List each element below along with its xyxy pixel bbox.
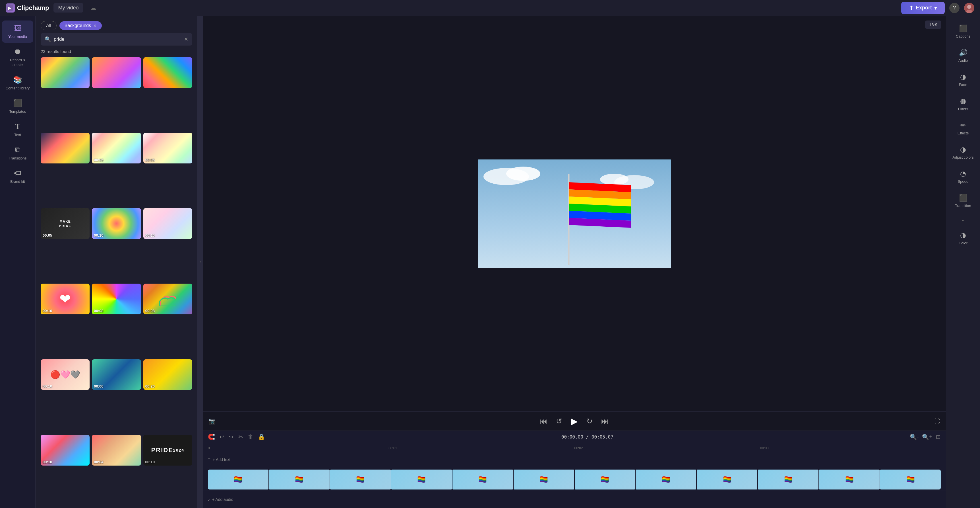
clip-thumb-3[interactable]: 🏳‍🌈 — [330, 470, 391, 489]
timeline-ruler: 0 00:01 00:02 00:03 — [203, 443, 946, 451]
add-text-button[interactable]: + Add text — [213, 457, 231, 462]
sidebar-item-templates[interactable]: ⬛ Templates — [2, 95, 33, 118]
tool-adjust-colors[interactable]: ◑ Adjust colors — [949, 142, 977, 163]
media-thumb-5[interactable]: 00:05 — [92, 133, 141, 163]
tool-transition[interactable]: ⬛ Transition — [949, 190, 977, 212]
zoom-in-button[interactable]: 🔍+ — [922, 433, 932, 440]
clip-thumb-6[interactable]: 🏳‍🌈 — [514, 470, 574, 489]
sidebar-item-content-library[interactable]: 📚 Content library — [2, 72, 33, 94]
clip-thumb-1[interactable]: 🏳‍🌈 — [208, 470, 269, 489]
timeline-delete-button[interactable]: 🗑 — [248, 434, 253, 440]
ruler-mark-1: 00:01 — [388, 446, 397, 450]
results-count: 23 results found — [35, 49, 197, 57]
effects-icon: ✏ — [960, 121, 966, 129]
add-audio-button[interactable]: + Add audio — [212, 497, 233, 502]
captions-icon: ⬛ — [959, 24, 967, 32]
media-thumb-16[interactable]: 00:10 — [41, 435, 89, 466]
media-thumb-8[interactable]: 00:10 — [92, 208, 141, 239]
logo-icon: ▶ — [6, 3, 15, 13]
search-icon: 🔍 — [45, 36, 51, 42]
play-pause-button[interactable]: ▶ — [571, 416, 578, 427]
clip-thumb-7[interactable]: 🏳‍🌈 — [575, 470, 635, 489]
media-thumb-11[interactable]: 00:08 — [92, 284, 141, 315]
video-preview — [478, 160, 671, 268]
export-button[interactable]: ⬆ Export ▾ — [901, 2, 945, 14]
tool-fade[interactable]: ◑ Fade — [949, 69, 977, 91]
tool-filters[interactable]: ◍ Filters — [949, 93, 977, 115]
playback-controls: 📷 ⏮ ↺ ▶ ↻ ⏭ ⛶ — [203, 412, 946, 431]
timeline-cut-button[interactable]: ✂ — [238, 433, 243, 440]
audio-icon: 🔊 — [959, 49, 967, 57]
sidebar-item-text[interactable]: T Text — [2, 118, 33, 141]
clip-thumb-2[interactable]: 🏳‍🌈 — [269, 470, 329, 489]
zoom-out-button[interactable]: 🔍- — [910, 433, 919, 440]
fullscreen-button[interactable]: ⛶ — [934, 418, 940, 425]
media-thumb-18[interactable]: PRIDE2024 00:10 — [143, 435, 192, 466]
timeline-time-display: 00:00.00 / 00:05.07 — [270, 434, 905, 440]
clip-thumb-11[interactable]: 🏳‍🌈 — [819, 470, 880, 489]
media-thumb-7[interactable]: MAKE PRIDE 00:05 — [41, 208, 89, 239]
expand-panel-button[interactable]: ⌄ — [961, 216, 965, 223]
sidebar-item-your-media[interactable]: 🖼 Your media — [2, 21, 33, 43]
tool-effects[interactable]: ✏ Effects — [949, 117, 977, 139]
video-title[interactable]: My video — [54, 3, 83, 13]
sidebar-item-record-create[interactable]: ⏺ Record &create — [2, 44, 33, 71]
clip-thumb-9[interactable]: 🏳‍🌈 — [697, 470, 757, 489]
search-bar: 🔍 ✕ — [41, 33, 192, 46]
clip-thumb-10[interactable]: 🏳‍🌈 — [758, 470, 818, 489]
forward-button[interactable]: ↻ — [586, 417, 593, 426]
tool-captions[interactable]: ⬛ Captions — [949, 21, 977, 42]
clip-thumb-8[interactable]: 🏳‍🌈 — [636, 470, 696, 489]
tool-audio[interactable]: 🔊 Audio — [949, 45, 977, 67]
timeline-undo-button[interactable]: ↩ — [220, 433, 224, 440]
media-thumb-17[interactable]: 00:04 — [92, 435, 141, 466]
your-media-icon: 🖼 — [14, 24, 21, 33]
sidebar-item-brand-kit[interactable]: 🏷 Brand kit — [2, 165, 33, 188]
transition-icon: ⬛ — [959, 194, 967, 202]
filter-all-button[interactable]: All — [41, 21, 57, 30]
screenshot-button[interactable]: 📷 — [208, 418, 216, 425]
tool-color[interactable]: ◑ Color — [949, 227, 977, 249]
sidebar-item-transitions[interactable]: ⧉ Transitions — [2, 142, 33, 164]
timeline-tool-magnet[interactable]: 🧲 — [208, 433, 215, 440]
media-thumb-12[interactable]: 00:08 — [143, 284, 192, 315]
media-thumb-1[interactable] — [41, 57, 89, 88]
media-thumb-13[interactable]: 🔴🩷🩶 00:10 — [41, 359, 89, 390]
search-clear-button[interactable]: ✕ — [184, 36, 188, 42]
timeline-zoom-controls: 🔍- 🔍+ ⊡ — [910, 433, 941, 440]
media-thumb-6[interactable]: 00:05 — [143, 133, 192, 163]
clip-thumb-4[interactable]: 🏳‍🌈 — [391, 470, 452, 489]
brand-kit-icon: 🏷 — [14, 169, 21, 178]
search-input[interactable] — [54, 33, 181, 46]
clip-thumb-12[interactable]: 🏳‍🌈 — [880, 470, 941, 489]
timeline-redo-button[interactable]: ↪ — [229, 433, 234, 440]
video-track: 🏳‍🌈 🏳‍🌈 🏳‍🌈 🏳‍🌈 🏳‍🌈 🏳‍🌈 🏳‍🌈 🏳‍🌈 🏳‍🌈 🏳‍🌈 … — [203, 468, 946, 491]
aspect-ratio-badge[interactable]: 16:9 — [925, 21, 941, 29]
media-thumb-9[interactable]: 00:10 — [143, 208, 192, 239]
help-button[interactable]: ? — [949, 3, 959, 13]
fit-to-window-button[interactable]: ⊡ — [936, 433, 941, 440]
content-panel: All Backgrounds ✕ 🔍 ✕ 23 results found — [35, 16, 198, 508]
filter-backgrounds-tag[interactable]: Backgrounds ✕ — [59, 21, 102, 30]
fade-icon: ◑ — [960, 73, 966, 81]
clip-thumb-5[interactable]: 🏳‍🌈 — [452, 470, 513, 489]
media-thumb-4[interactable] — [41, 133, 89, 163]
timeline-tracks: 0 00:01 00:02 00:03 T + Add text � — [203, 443, 946, 508]
media-thumb-14[interactable]: 00:06 — [92, 359, 141, 390]
media-grid: 00:05 00:05 MAKE PRIDE 00:05 00:10 00:10 — [35, 57, 197, 508]
timeline-area: 🧲 ↩ ↪ ✂ 🗑 🔒 00:00.00 / 00:05.07 🔍- 🔍+ ⊡ … — [203, 431, 946, 508]
media-thumb-15[interactable]: 00:20 — [143, 359, 192, 390]
rewind-button[interactable]: ↺ — [556, 417, 562, 426]
panel-collapse-handle[interactable]: ‹ — [198, 16, 203, 508]
skip-to-end-button[interactable]: ⏭ — [601, 417, 609, 426]
filter-backgrounds-remove[interactable]: ✕ — [93, 23, 97, 28]
timeline-lock-button[interactable]: 🔒 — [258, 433, 265, 440]
tool-speed[interactable]: ◔ Speed — [949, 166, 977, 188]
media-thumb-2[interactable] — [92, 57, 141, 88]
text-track-label: T — [208, 457, 210, 462]
skip-to-start-button[interactable]: ⏮ — [540, 417, 547, 426]
media-thumb-10[interactable]: ❤ 00:10 — [41, 284, 89, 315]
media-thumb-3[interactable] — [143, 57, 192, 88]
user-avatar[interactable] — [964, 3, 974, 13]
video-preview-container: 16:9 — [203, 16, 946, 412]
